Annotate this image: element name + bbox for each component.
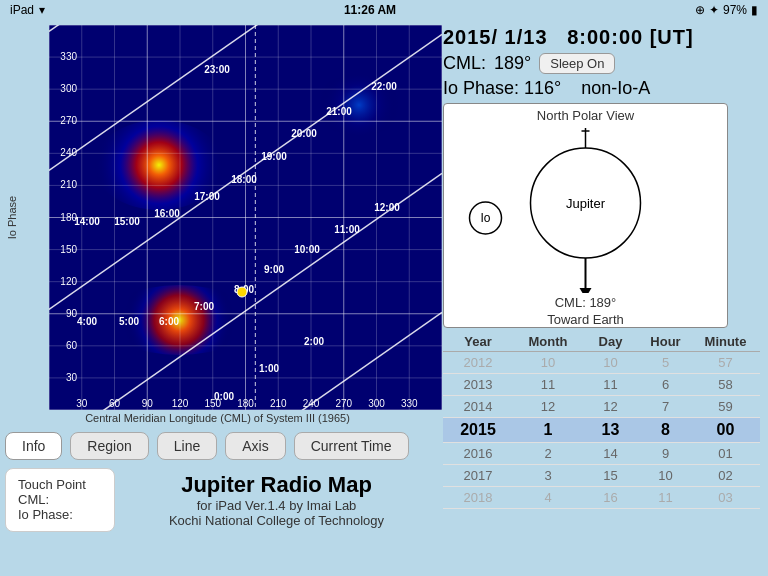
- map-wrapper: [49, 25, 442, 410]
- sleep-on-button[interactable]: Sleep On: [539, 53, 615, 74]
- date-picker[interactable]: Year Month Day Hour Minute 2012101055720…: [443, 332, 760, 570]
- io-phase-label: Io Phase:: [443, 78, 519, 98]
- map-area: Io Phase: [5, 25, 430, 410]
- date-time-display: 2015/ 1/13 8:00:00 [UT]: [443, 26, 760, 49]
- axis-button[interactable]: Axis: [225, 432, 285, 460]
- app-title: Jupiter Radio Map: [127, 472, 426, 498]
- touch-cml-label: CML:: [18, 492, 102, 507]
- date-row[interactable]: 20121010557: [443, 352, 760, 374]
- date-picker-header: Year Month Day Hour Minute: [443, 332, 760, 352]
- polar-view-box: North Polar View CML: 189° Toward Earth: [443, 103, 728, 328]
- polar-cml-text: CML: 189°: [555, 295, 617, 310]
- col-day: Day: [583, 334, 638, 349]
- date-row[interactable]: 20184161103: [443, 487, 760, 509]
- date-row[interactable]: 20173151002: [443, 465, 760, 487]
- touch-point-box: Touch Point CML: Io Phase:: [5, 468, 115, 532]
- time-value: 8:00:00 [UT]: [567, 26, 693, 48]
- location-icon: ⊕: [695, 3, 705, 17]
- cml-line: CML: 189° Sleep On: [443, 53, 760, 74]
- io-phase-value: 116°: [524, 78, 561, 98]
- touch-io-phase-label: Io Phase:: [18, 507, 102, 522]
- col-month: Month: [513, 334, 583, 349]
- polar-view-title: North Polar View: [537, 108, 634, 123]
- io-phase-line: Io Phase: 116° non-Io-A: [443, 78, 760, 99]
- battery-icon: ▮: [751, 3, 758, 17]
- info-box: Touch Point CML: Io Phase: Jupiter Radio…: [5, 468, 430, 532]
- app-institution: Kochi National College of Technology: [127, 513, 426, 528]
- status-bar: iPad ▾ 11:26 AM ⊕ ✦ 97% ▮: [0, 0, 768, 20]
- battery-text: 97%: [723, 3, 747, 17]
- cml-label: CML:: [443, 53, 486, 74]
- y-axis-canvas: [5, 25, 27, 410]
- date-row[interactable]: 20141212759: [443, 396, 760, 418]
- right-panel: 2015/ 1/13 8:00:00 [UT] CML: 189° Sleep …: [435, 20, 768, 576]
- polar-toward-earth: Toward Earth: [547, 312, 624, 327]
- main-container: Io Phase Central Meridian Longitude (CML…: [0, 20, 768, 576]
- app-subtitle: for iPad Ver.1.4 by Imai Lab: [127, 498, 426, 513]
- wifi-icon: ▾: [39, 3, 45, 17]
- polar-view-canvas: [443, 123, 728, 293]
- io-phase-type: non-Io-A: [581, 78, 650, 98]
- date-row[interactable]: 2015113800: [443, 418, 760, 443]
- current-time-button[interactable]: Current Time: [294, 432, 409, 460]
- bluetooth-icon: ✦: [709, 3, 719, 17]
- status-left: iPad ▾: [10, 3, 45, 17]
- col-minute: Minute: [693, 334, 758, 349]
- date-value: 2015/ 1/13: [443, 26, 548, 48]
- cml-value: 189°: [494, 53, 531, 74]
- line-button[interactable]: Line: [157, 432, 217, 460]
- radio-map-canvas[interactable]: [49, 25, 442, 410]
- left-panel: Io Phase Central Meridian Longitude (CML…: [0, 20, 435, 576]
- map-caption: Central Meridian Longitude (CML) of Syst…: [5, 412, 430, 424]
- date-row[interactable]: 2016214901: [443, 443, 760, 465]
- region-button[interactable]: Region: [70, 432, 148, 460]
- info-button[interactable]: Info: [5, 432, 62, 460]
- col-year: Year: [443, 334, 513, 349]
- status-time: 11:26 AM: [344, 3, 396, 17]
- status-ipad-label: iPad: [10, 3, 34, 17]
- app-title-box: Jupiter Radio Map for iPad Ver.1.4 by Im…: [123, 468, 430, 532]
- col-hour: Hour: [638, 334, 693, 349]
- touch-point-label: Touch Point: [18, 477, 102, 492]
- date-row[interactable]: 20131111658: [443, 374, 760, 396]
- status-right: ⊕ ✦ 97% ▮: [695, 3, 758, 17]
- date-picker-rows: 2012101055720131111658201412127592015113…: [443, 352, 760, 509]
- toolbar: Info Region Line Axis Current Time: [5, 432, 430, 460]
